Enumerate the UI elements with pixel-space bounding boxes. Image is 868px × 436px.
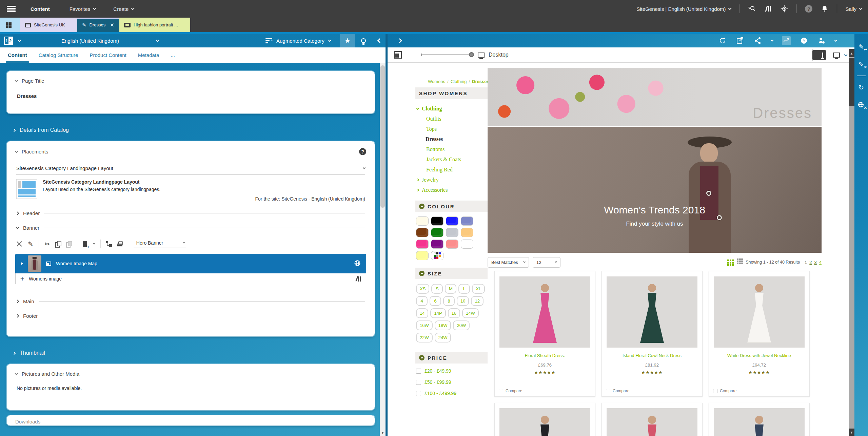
insert-chevron-icon[interactable] [93, 242, 95, 245]
nav-item-tops[interactable]: Tops [415, 124, 488, 134]
editor-tab--[interactable]: ... [171, 47, 175, 63]
editor-tab-product-content[interactable]: Product Content [90, 47, 126, 63]
size-option-s[interactable]: S [431, 284, 443, 294]
price-option[interactable]: £50 - £99.99 [416, 379, 487, 385]
advanced-search-icon[interactable] [748, 5, 756, 13]
size-option-4[interactable]: 4 [416, 296, 428, 306]
colour-swatch[interactable] [461, 228, 473, 237]
layout-select[interactable]: SiteGenesis Category Landingpage Layout [16, 165, 365, 174]
colour-swatch[interactable] [431, 251, 443, 260]
slot-header[interactable]: Header [16, 210, 365, 216]
nav-item-feeling-red[interactable]: Feeling Red [415, 165, 488, 175]
product-card[interactable] [601, 403, 703, 436]
editor-tab-metadata[interactable]: Metadata [138, 47, 159, 63]
colour-swatch[interactable] [446, 216, 458, 226]
site-selector[interactable]: SiteGenesis | English (United Kingdom) [636, 6, 731, 12]
product-name-link[interactable]: Floral Sheath Dress. [495, 353, 595, 358]
colour-swatch[interactable] [446, 228, 458, 237]
expand-caret-icon[interactable] [21, 262, 23, 265]
colour-swatch[interactable] [416, 216, 429, 226]
nav-item-clothing[interactable]: Clothing [415, 104, 488, 114]
downloads-card[interactable]: Downloads [7, 415, 375, 425]
colour-swatch[interactable] [461, 216, 473, 226]
slider-thumb[interactable] [469, 52, 474, 57]
library-icon[interactable] [356, 276, 361, 282]
tab-home[interactable] [0, 18, 20, 32]
slot-footer[interactable]: Footer [16, 313, 365, 319]
edit-mode-icon[interactable]: ✎↩ [857, 42, 866, 51]
compare-checkbox[interactable] [606, 389, 610, 393]
page-link-2[interactable]: 2 [809, 260, 812, 265]
product-card[interactable]: Floral Sheath Dress.£69.76★★★★★★★★★★Comp… [494, 271, 595, 397]
versions-chevron-icon[interactable] [18, 39, 21, 42]
favorite-star-button[interactable]: ★ [340, 34, 355, 47]
size-option-14p[interactable]: 14P [430, 308, 446, 318]
delete-icon[interactable] [16, 241, 22, 247]
size-option-20w[interactable]: 20W [453, 320, 470, 330]
copy-icon[interactable] [55, 241, 61, 247]
scrollbar-thumb[interactable] [849, 58, 854, 106]
breadcrumb-item[interactable]: Dresses [472, 79, 489, 84]
breadcrumb-item[interactable]: Womens [428, 79, 445, 84]
scroll-down-icon[interactable]: ▼ [849, 429, 854, 436]
collapse-panel-button[interactable] [372, 34, 387, 47]
size-option-l[interactable]: L [458, 284, 470, 294]
section-thumbnail[interactable]: Thumbnail [7, 342, 375, 364]
component-row-women-image-map[interactable]: Women Image Map [15, 254, 366, 273]
menu-content[interactable]: Content [31, 6, 50, 12]
compare-control[interactable]: Compare [606, 389, 629, 393]
editor-scrollbar[interactable]: ▼ [380, 63, 386, 436]
colour-swatch[interactable] [431, 228, 443, 237]
tab-sitegenesis-uk[interactable]: SiteGenesis UK [20, 18, 77, 32]
scroll-down-icon[interactable]: ▼ [380, 429, 386, 436]
size-option-10[interactable]: 10 [457, 296, 469, 306]
notifications-bell-icon[interactable] [821, 5, 829, 13]
compare-control[interactable]: Compare [499, 389, 522, 393]
size-option-22w[interactable]: 22W [416, 333, 433, 342]
refresh-icon[interactable] [718, 36, 727, 45]
grid-view-icon[interactable] [727, 259, 729, 261]
size-option-16[interactable]: 16 [448, 308, 460, 318]
section-placements[interactable]: Placements ? [15, 148, 366, 155]
placements-help-icon[interactable]: ? [359, 148, 366, 155]
user-settings-chevron-icon[interactable] [834, 39, 837, 41]
menu-create[interactable]: Create [113, 6, 134, 12]
page-link-4[interactable]: 4 [819, 260, 822, 265]
size-refinement-header[interactable]: SIZE [415, 268, 488, 279]
checkbox[interactable] [416, 380, 421, 385]
slot-main[interactable]: Main [16, 298, 365, 304]
page-size-select[interactable]: 12 [533, 257, 560, 268]
compare-control[interactable]: Compare [713, 389, 736, 393]
product-image[interactable] [499, 276, 590, 348]
image-map-hotspot[interactable] [706, 191, 711, 196]
size-option-m[interactable]: M [445, 284, 456, 294]
section-details-from-catalog[interactable]: Details from Catalog [7, 119, 375, 141]
nav-item-outfits[interactable]: Outfits [415, 114, 488, 124]
product-card[interactable] [709, 403, 810, 436]
price-refinement-header[interactable]: PRICE [415, 352, 488, 364]
checkbox[interactable] [416, 391, 421, 396]
page-link-1[interactable]: 1 [805, 260, 807, 265]
colour-swatch[interactable] [416, 240, 429, 249]
preview-scrollbar[interactable]: ▲ ▼ [849, 49, 854, 436]
section-page-title[interactable]: Page Title [15, 78, 366, 84]
globe-icon[interactable] [354, 260, 361, 268]
lock-icon[interactable] [117, 241, 122, 247]
colour-refinement-header[interactable]: COLOUR [415, 201, 488, 212]
product-image[interactable] [714, 276, 805, 348]
compare-checkbox[interactable] [713, 389, 717, 393]
product-card[interactable]: Island Floral Cowl Neck Dress£81.92★★★★★… [601, 271, 703, 397]
scroll-up-icon[interactable]: ▲ [849, 49, 854, 57]
locale-selector[interactable]: English (United Kingdom) [61, 38, 159, 44]
size-option-xs[interactable]: XS [416, 284, 429, 294]
trends-banner[interactable]: Women's Trends 2018 Find your style with… [488, 127, 822, 253]
category-hero-banner[interactable]: Dresses [488, 68, 822, 126]
nav-item-accessories[interactable]: Accessories [415, 185, 488, 195]
product-image[interactable] [714, 408, 805, 436]
component-type-select[interactable]: Hero Banner [134, 240, 186, 248]
product-name-link[interactable]: Island Floral Cowl Neck Dress [602, 353, 702, 358]
scrollbar-thumb[interactable] [380, 65, 385, 208]
sync-refresh-icon[interactable]: ↻ [857, 83, 866, 92]
structure-icon[interactable] [106, 241, 112, 247]
size-option-12[interactable]: 12 [471, 296, 483, 306]
